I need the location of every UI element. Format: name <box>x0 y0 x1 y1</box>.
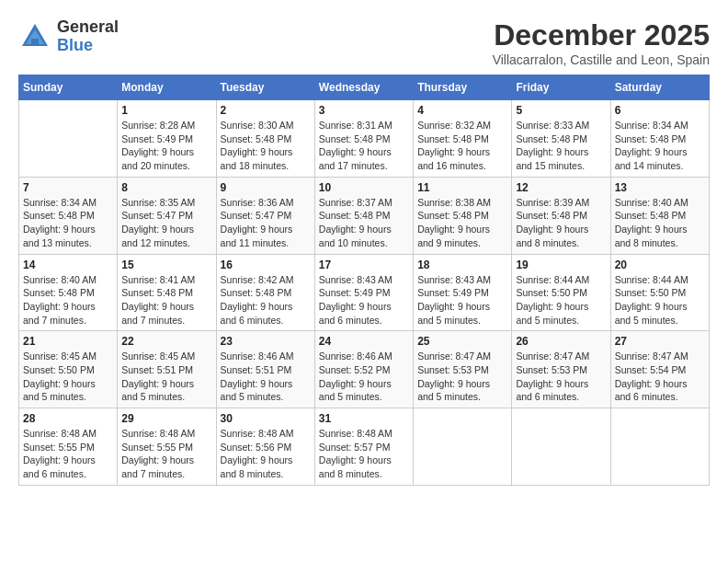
day-number: 14 <box>23 259 113 271</box>
day-number: 18 <box>417 259 507 271</box>
calendar-cell: 31Sunrise: 8:48 AMSunset: 5:57 PMDayligh… <box>314 408 413 486</box>
day-info: Sunrise: 8:48 AMSunset: 5:55 PMDaylight:… <box>121 427 211 481</box>
day-number: 20 <box>615 259 705 271</box>
calendar-header-row: SundayMondayTuesdayWednesdayThursdayFrid… <box>19 75 710 100</box>
day-number: 9 <box>221 181 311 194</box>
day-info: Sunrise: 8:46 AMSunset: 5:51 PMDaylight:… <box>221 350 311 404</box>
day-info: Sunrise: 8:36 AMSunset: 5:47 PMDaylight:… <box>221 196 311 250</box>
calendar-cell: 10Sunrise: 8:37 AMSunset: 5:48 PMDayligh… <box>314 177 413 254</box>
day-number: 13 <box>615 181 705 194</box>
day-number: 16 <box>221 259 311 271</box>
day-number: 15 <box>121 259 211 271</box>
day-number: 12 <box>516 181 606 194</box>
day-of-week-header: Tuesday <box>216 75 314 100</box>
day-number: 5 <box>516 104 606 117</box>
day-info: Sunrise: 8:44 AMSunset: 5:50 PMDaylight:… <box>516 273 606 327</box>
day-of-week-header: Monday <box>118 75 216 100</box>
calendar-cell: 15Sunrise: 8:41 AMSunset: 5:48 PMDayligh… <box>118 254 216 331</box>
calendar-cell: 6Sunrise: 8:34 AMSunset: 5:48 PMDaylight… <box>610 100 709 178</box>
calendar-cell: 24Sunrise: 8:46 AMSunset: 5:52 PMDayligh… <box>314 331 413 408</box>
calendar-cell: 11Sunrise: 8:38 AMSunset: 5:48 PMDayligh… <box>414 177 512 254</box>
calendar-cell: 9Sunrise: 8:36 AMSunset: 5:47 PMDaylight… <box>216 177 314 254</box>
day-info: Sunrise: 8:48 AMSunset: 5:57 PMDaylight:… <box>319 427 409 481</box>
day-info: Sunrise: 8:47 AMSunset: 5:53 PMDaylight:… <box>516 350 606 404</box>
month-title: December 2025 <box>493 18 710 52</box>
day-number: 27 <box>615 335 705 348</box>
day-number: 11 <box>417 181 507 194</box>
day-number: 17 <box>319 259 409 271</box>
day-info: Sunrise: 8:39 AMSunset: 5:48 PMDaylight:… <box>516 196 606 250</box>
day-number: 24 <box>319 335 409 348</box>
day-info: Sunrise: 8:41 AMSunset: 5:48 PMDaylight:… <box>121 273 211 327</box>
day-info: Sunrise: 8:34 AMSunset: 5:48 PMDaylight:… <box>23 196 113 250</box>
day-number: 7 <box>23 181 113 194</box>
day-number: 21 <box>23 335 113 348</box>
calendar-cell: 18Sunrise: 8:43 AMSunset: 5:49 PMDayligh… <box>414 254 512 331</box>
day-info: Sunrise: 8:48 AMSunset: 5:55 PMDaylight:… <box>23 427 113 481</box>
day-of-week-header: Sunday <box>19 75 118 100</box>
calendar-cell: 16Sunrise: 8:42 AMSunset: 5:48 PMDayligh… <box>216 254 314 331</box>
calendar-cell: 23Sunrise: 8:46 AMSunset: 5:51 PMDayligh… <box>216 331 314 408</box>
calendar-table: SundayMondayTuesdayWednesdayThursdayFrid… <box>18 75 710 486</box>
day-number: 4 <box>417 104 507 117</box>
calendar-cell <box>414 408 512 486</box>
calendar-cell: 20Sunrise: 8:44 AMSunset: 5:50 PMDayligh… <box>610 254 709 331</box>
calendar-week-row: 14Sunrise: 8:40 AMSunset: 5:48 PMDayligh… <box>19 254 710 331</box>
calendar-cell: 29Sunrise: 8:48 AMSunset: 5:55 PMDayligh… <box>118 408 216 486</box>
title-block: December 2025 Villacarralon, Castille an… <box>493 18 710 67</box>
day-info: Sunrise: 8:46 AMSunset: 5:52 PMDaylight:… <box>319 350 409 404</box>
calendar-cell: 22Sunrise: 8:45 AMSunset: 5:51 PMDayligh… <box>118 331 216 408</box>
calendar-cell <box>512 408 610 486</box>
day-info: Sunrise: 8:35 AMSunset: 5:47 PMDaylight:… <box>121 196 211 250</box>
svg-rect-3 <box>31 39 39 46</box>
calendar-cell: 14Sunrise: 8:40 AMSunset: 5:48 PMDayligh… <box>19 254 118 331</box>
day-number: 10 <box>319 181 409 194</box>
day-number: 2 <box>221 104 311 117</box>
day-info: Sunrise: 8:40 AMSunset: 5:48 PMDaylight:… <box>615 196 705 250</box>
day-info: Sunrise: 8:38 AMSunset: 5:48 PMDaylight:… <box>417 196 507 250</box>
day-number: 29 <box>121 412 211 425</box>
calendar-cell: 3Sunrise: 8:31 AMSunset: 5:48 PMDaylight… <box>314 100 413 178</box>
day-number: 22 <box>121 335 211 348</box>
logo-text: General Blue <box>57 18 119 55</box>
logo-general-text: General <box>57 17 119 36</box>
day-of-week-header: Wednesday <box>314 75 413 100</box>
calendar-cell: 2Sunrise: 8:30 AMSunset: 5:48 PMDaylight… <box>216 100 314 178</box>
day-of-week-header: Saturday <box>610 75 709 100</box>
calendar-cell: 28Sunrise: 8:48 AMSunset: 5:55 PMDayligh… <box>19 408 118 486</box>
day-info: Sunrise: 8:48 AMSunset: 5:56 PMDaylight:… <box>221 427 311 481</box>
day-info: Sunrise: 8:42 AMSunset: 5:48 PMDaylight:… <box>221 273 311 327</box>
day-number: 6 <box>615 104 705 117</box>
day-info: Sunrise: 8:45 AMSunset: 5:50 PMDaylight:… <box>23 350 113 404</box>
calendar-week-row: 7Sunrise: 8:34 AMSunset: 5:48 PMDaylight… <box>19 177 710 254</box>
calendar-cell: 19Sunrise: 8:44 AMSunset: 5:50 PMDayligh… <box>512 254 610 331</box>
calendar-cell: 25Sunrise: 8:47 AMSunset: 5:53 PMDayligh… <box>414 331 512 408</box>
page-header: General Blue December 2025 Villacarralon… <box>18 18 710 67</box>
day-number: 1 <box>121 104 211 117</box>
logo-icon <box>18 20 51 53</box>
logo-blue-text: Blue <box>57 36 93 54</box>
calendar-cell: 13Sunrise: 8:40 AMSunset: 5:48 PMDayligh… <box>610 177 709 254</box>
calendar-cell: 7Sunrise: 8:34 AMSunset: 5:48 PMDaylight… <box>19 177 118 254</box>
calendar-cell: 27Sunrise: 8:47 AMSunset: 5:54 PMDayligh… <box>610 331 709 408</box>
calendar-cell: 4Sunrise: 8:32 AMSunset: 5:48 PMDaylight… <box>414 100 512 178</box>
calendar-cell: 12Sunrise: 8:39 AMSunset: 5:48 PMDayligh… <box>512 177 610 254</box>
day-info: Sunrise: 8:34 AMSunset: 5:48 PMDaylight:… <box>615 119 705 173</box>
day-info: Sunrise: 8:43 AMSunset: 5:49 PMDaylight:… <box>319 273 409 327</box>
location: Villacarralon, Castille and Leon, Spain <box>493 52 710 67</box>
day-info: Sunrise: 8:32 AMSunset: 5:48 PMDaylight:… <box>417 119 507 173</box>
calendar-cell: 21Sunrise: 8:45 AMSunset: 5:50 PMDayligh… <box>19 331 118 408</box>
calendar-cell: 5Sunrise: 8:33 AMSunset: 5:48 PMDaylight… <box>512 100 610 178</box>
day-number: 30 <box>221 412 311 425</box>
day-of-week-header: Thursday <box>414 75 512 100</box>
day-info: Sunrise: 8:31 AMSunset: 5:48 PMDaylight:… <box>319 119 409 173</box>
day-number: 25 <box>417 335 507 348</box>
day-number: 23 <box>221 335 311 348</box>
day-of-week-header: Friday <box>512 75 610 100</box>
calendar-cell: 30Sunrise: 8:48 AMSunset: 5:56 PMDayligh… <box>216 408 314 486</box>
day-info: Sunrise: 8:44 AMSunset: 5:50 PMDaylight:… <box>615 273 705 327</box>
day-info: Sunrise: 8:47 AMSunset: 5:54 PMDaylight:… <box>615 350 705 404</box>
day-number: 28 <box>23 412 113 425</box>
day-info: Sunrise: 8:40 AMSunset: 5:48 PMDaylight:… <box>23 273 113 327</box>
day-number: 31 <box>319 412 409 425</box>
